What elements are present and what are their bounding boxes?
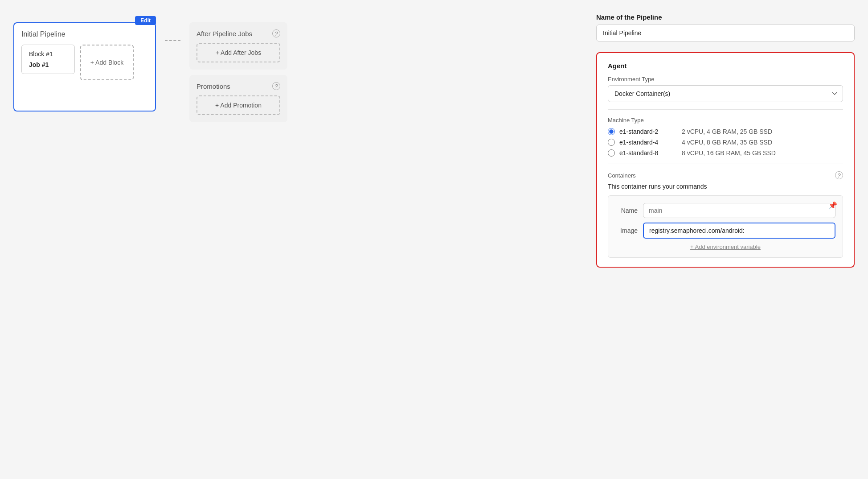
pipeline-name-label: Name of the Pipeline — [596, 13, 855, 21]
container-card: 📌 Name Image + Add environment variable — [608, 195, 843, 258]
pipeline-name-input[interactable] — [596, 25, 855, 41]
right-side-panels: After Pipeline Jobs ? + Add After Jobs P… — [189, 22, 287, 128]
add-env-link: + Add environment variable — [615, 243, 835, 250]
blocks-row: Block #1 Job #1 + Add Block — [21, 45, 148, 80]
add-env-variable-link[interactable]: + Add environment variable — [690, 244, 761, 250]
canvas-area: Edit Initial Pipeline Block #1 Job #1 + … — [13, 13, 578, 466]
radio-e1-standard-8[interactable] — [608, 149, 615, 157]
machine-type-label: Machine Type — [608, 117, 843, 124]
after-pipeline-panel: After Pipeline Jobs ? + Add After Jobs — [189, 22, 287, 70]
container-name-input[interactable] — [643, 203, 835, 218]
radio-specs-e1-standard-8: 8 vCPU, 16 GB RAM, 45 GB SSD — [682, 149, 776, 157]
promotions-header: Promotions ? — [197, 82, 280, 90]
radio-item-e1-standard-2: e1-standard-2 2 vCPU, 4 GB RAM, 25 GB SS… — [608, 128, 843, 135]
machine-type-radio-group: e1-standard-2 2 vCPU, 4 GB RAM, 25 GB SS… — [608, 128, 843, 157]
radio-e1-standard-2[interactable] — [608, 128, 615, 135]
radio-item-e1-standard-4: e1-standard-4 4 vCPU, 8 GB RAM, 35 GB SS… — [608, 139, 843, 146]
pipeline-name-section: Name of the Pipeline — [596, 13, 855, 41]
container-image-label: Image — [615, 227, 638, 234]
connector-line — [165, 40, 180, 41]
containers-label: Containers — [608, 172, 636, 179]
containers-help-icon[interactable]: ? — [835, 171, 843, 179]
radio-label-e1-standard-2: e1-standard-2 — [619, 128, 677, 135]
block-item-title: Block #1 — [29, 50, 67, 58]
environment-type-label: Environment Type — [608, 76, 843, 83]
containers-description: This container runs your commands — [608, 183, 843, 190]
edit-badge[interactable]: Edit — [135, 16, 156, 25]
promotions-help-icon[interactable]: ? — [272, 82, 280, 90]
container-name-field: Name — [615, 203, 835, 218]
pipeline-block: Edit Initial Pipeline Block #1 Job #1 + … — [13, 22, 156, 111]
agent-title: Agent — [608, 62, 843, 70]
promotions-title: Promotions — [197, 83, 230, 90]
add-promotion-button[interactable]: + Add Promotion — [197, 95, 280, 115]
add-after-jobs-button[interactable]: + Add After Jobs — [197, 43, 280, 62]
agent-section: Agent Environment Type Docker Container(… — [596, 52, 855, 268]
containers-header: Containers ? — [608, 171, 843, 179]
radio-specs-e1-standard-4: 4 vCPU, 8 GB RAM, 35 GB SSD — [682, 139, 772, 146]
environment-type-select[interactable]: Docker Container(s) Self-hosted Agent ma… — [608, 85, 843, 102]
radio-e1-standard-4[interactable] — [608, 139, 615, 146]
block-item-1[interactable]: Block #1 Job #1 — [21, 45, 75, 74]
machine-type-group: Machine Type e1-standard-2 2 vCPU, 4 GB … — [608, 117, 843, 157]
after-pipeline-header: After Pipeline Jobs ? — [197, 29, 280, 37]
divider-1 — [608, 109, 843, 110]
radio-label-e1-standard-8: e1-standard-8 — [619, 149, 677, 157]
promotions-panel: Promotions ? + Add Promotion — [189, 75, 287, 122]
after-pipeline-help-icon[interactable]: ? — [272, 29, 280, 37]
block-item-job: Job #1 — [29, 61, 67, 68]
form-panel: Name of the Pipeline Agent Environment T… — [596, 13, 855, 466]
containers-group: Containers ? This container runs your co… — [608, 171, 843, 258]
divider-2 — [608, 164, 843, 164]
radio-specs-e1-standard-2: 2 vCPU, 4 GB RAM, 25 GB SSD — [682, 128, 772, 135]
environment-type-group: Environment Type Docker Container(s) Sel… — [608, 76, 843, 102]
pipeline-title: Initial Pipeline — [21, 30, 148, 38]
add-block-button[interactable]: + Add Block — [80, 45, 134, 80]
container-image-field: Image — [615, 223, 835, 239]
dashed-connector — [165, 22, 180, 41]
pin-icon: 📌 — [828, 201, 837, 210]
radio-item-e1-standard-8: e1-standard-8 8 vCPU, 16 GB RAM, 45 GB S… — [608, 149, 843, 157]
container-name-label: Name — [615, 207, 638, 214]
container-image-input[interactable] — [643, 223, 835, 239]
radio-label-e1-standard-4: e1-standard-4 — [619, 139, 677, 146]
after-pipeline-title: After Pipeline Jobs — [197, 30, 252, 37]
